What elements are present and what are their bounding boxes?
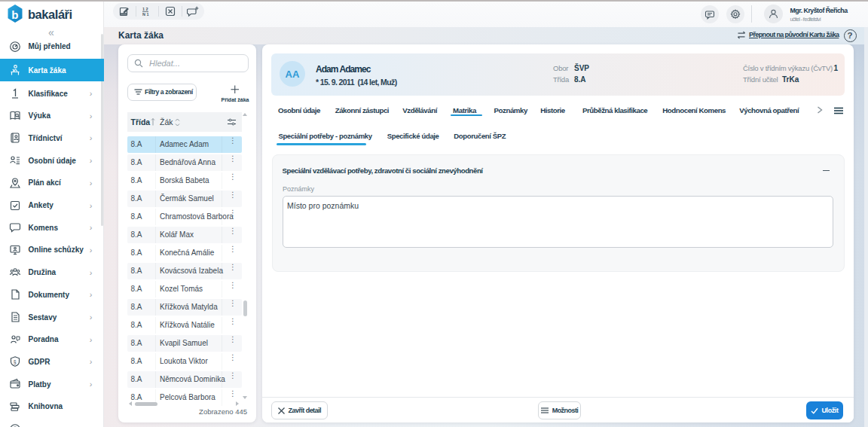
svg-text:1 2: 1 2 <box>142 7 148 11</box>
svg-text:N 1: N 1 <box>142 12 149 17</box>
svg-text:b: b <box>11 8 18 21</box>
svg-text:§: § <box>14 359 17 364</box>
